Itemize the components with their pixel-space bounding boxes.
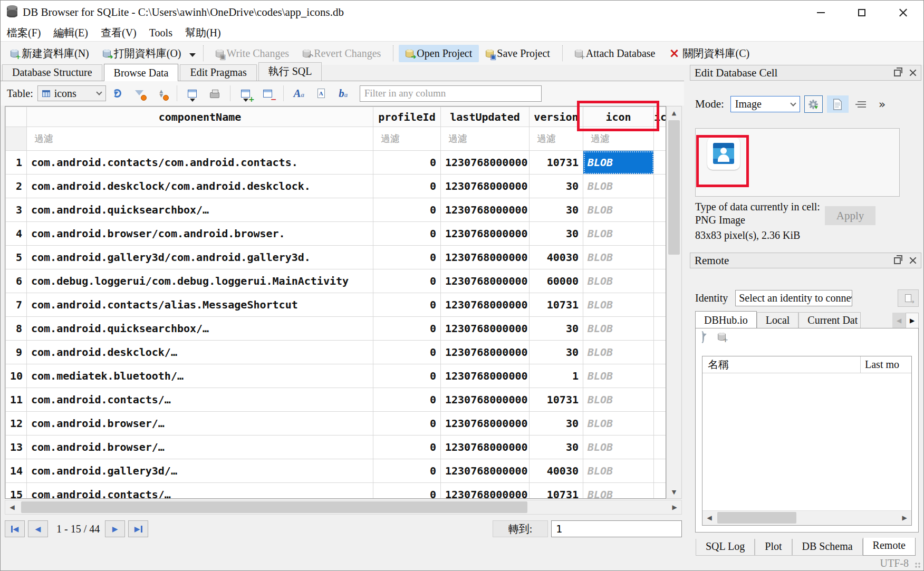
filter-any-column-input[interactable] (360, 85, 542, 102)
cell-next-column[interactable] (654, 388, 667, 412)
cell-componentname[interactable]: com.android.gallery3d/… (27, 459, 373, 483)
close-button[interactable] (882, 1, 923, 24)
cell-next-column[interactable] (654, 222, 667, 246)
cell-version[interactable]: 30 (530, 341, 583, 364)
cell-next-column[interactable] (654, 269, 667, 293)
display-format-button[interactable]: A (313, 85, 329, 101)
cell-lastupdated[interactable]: 1230768000000 (441, 151, 530, 175)
cell-icon-blob[interactable]: BLOB (583, 198, 654, 222)
cell-profileid[interactable]: 0 (373, 341, 441, 364)
cell-next-column[interactable] (654, 293, 667, 317)
import-data-button[interactable] (804, 95, 823, 113)
cell-profileid[interactable]: 0 (373, 198, 441, 222)
cell-version[interactable]: 10731 (530, 151, 583, 175)
goto-input[interactable] (551, 520, 682, 537)
close-panel-icon[interactable] (909, 69, 917, 76)
cell-version[interactable]: 40030 (530, 459, 583, 483)
cell-next-column[interactable] (654, 151, 667, 175)
filter-input[interactable] (534, 127, 579, 150)
first-page-button[interactable]: ◀ (5, 520, 25, 537)
horizontal-scroll-thumb[interactable] (21, 501, 527, 513)
cell-componentname[interactable]: com.android.deskclock/com.android.deskcl… (27, 175, 373, 198)
close-database-button[interactable]: × 關閉資料庫(C) (662, 44, 756, 63)
cell-profileid[interactable]: 0 (373, 293, 441, 317)
tab-browse-data[interactable]: Browse Data (104, 64, 179, 81)
cell-profileid[interactable]: 0 (373, 246, 441, 269)
maximize-button[interactable] (841, 1, 882, 24)
cell-version[interactable]: 30 (530, 317, 583, 341)
grid-vertical-scrollbar[interactable]: ▲ ▼ (666, 106, 682, 499)
revert-changes-button[interactable]: ↶ Revert Changes (296, 45, 388, 62)
cell-componentname[interactable]: com.android.browser/… (27, 412, 373, 435)
filter-input[interactable] (588, 127, 649, 150)
save-results-dropdown-icon[interactable] (190, 99, 195, 104)
clone-database-button[interactable] (898, 289, 919, 307)
text-mode-button[interactable] (827, 95, 849, 113)
cell-lastupdated[interactable]: 1230768000000 (441, 269, 530, 293)
cell-componentname[interactable]: com.android.contacts/com.android.contact… (27, 151, 373, 175)
cell-icon-blob[interactable]: BLOB (583, 175, 654, 198)
cell-version[interactable]: 10731 (530, 388, 583, 412)
open-project-button[interactable]: ➜ Open Project (399, 45, 479, 62)
cell-next-column[interactable] (654, 364, 667, 388)
cell-lastupdated[interactable]: 1230768000000 (441, 246, 530, 269)
insert-record-button[interactable]: + (238, 85, 254, 101)
cell-lastupdated[interactable]: 1230768000000 (441, 459, 530, 483)
cell-icon-blob[interactable]: BLOB (583, 317, 654, 341)
tab-execute-sql[interactable]: 執行 SQL (258, 62, 322, 81)
dock-tab-sql-log[interactable]: SQL Log (696, 539, 755, 556)
cell-icon-blob[interactable]: BLOB (583, 459, 654, 483)
column-header-componentname[interactable]: componentName (27, 107, 373, 127)
cell-icon-blob[interactable]: BLOB (583, 293, 654, 317)
tab-edit-pragmas[interactable]: Edit Pragmas (180, 64, 256, 81)
cell-next-column[interactable] (654, 246, 667, 269)
minimize-button[interactable] (800, 1, 841, 24)
remote-upload-button[interactable]: + (718, 333, 726, 343)
cell-icon-blob[interactable]: BLOB (583, 341, 654, 364)
write-changes-button[interactable]: ▣ Write Changes (209, 45, 296, 62)
cell-profileid[interactable]: 0 (373, 412, 441, 435)
cell-next-column[interactable] (654, 198, 667, 222)
column-header-version[interactable]: version (530, 107, 583, 127)
cell-next-column[interactable] (654, 459, 667, 483)
cell-icon-blob[interactable]: BLOB (583, 435, 654, 459)
remote-list-column-lastmodified[interactable]: Last mo (861, 359, 899, 371)
cell-lastupdated[interactable]: 1230768000000 (441, 175, 530, 198)
vertical-scroll-thumb[interactable] (668, 120, 680, 255)
next-page-button[interactable]: ▶ (105, 520, 125, 537)
dock-tab-remote[interactable]: Remote (863, 538, 916, 556)
scroll-left-icon[interactable]: ◀ (5, 500, 19, 514)
cell-profileid[interactable]: 0 (373, 364, 441, 388)
filter-input[interactable] (378, 127, 436, 150)
column-header-lastupdated[interactable]: lastUpdated (441, 107, 530, 127)
refresh-button[interactable] (109, 85, 125, 101)
cell-lastupdated[interactable]: 1230768000000 (441, 435, 530, 459)
filter-input[interactable] (31, 127, 369, 150)
cell-version[interactable]: 10731 (530, 293, 583, 317)
previous-page-button[interactable]: ◀ (28, 520, 48, 537)
table-select[interactable]: icons (37, 85, 106, 101)
cell-icon-blob[interactable]: BLOB (583, 222, 654, 246)
cell-profileid[interactable]: 0 (373, 269, 441, 293)
remote-tab-current-database[interactable]: Current Dat (798, 312, 861, 328)
cell-lastupdated[interactable]: 1230768000000 (441, 388, 530, 412)
scroll-down-icon[interactable]: ▼ (667, 486, 681, 498)
column-header-icon[interactable]: icon (583, 107, 654, 127)
cell-componentname[interactable]: com.android.contacts/… (27, 483, 373, 499)
insert-record-dropdown-icon[interactable] (243, 99, 248, 104)
grid-horizontal-scrollbar[interactable]: ◀ ▶ (5, 500, 682, 515)
cell-version[interactable]: 1 (530, 364, 583, 388)
open-database-dropdown-icon[interactable] (189, 53, 196, 60)
cell-profileid[interactable]: 0 (373, 151, 441, 175)
cell-icon-blob[interactable]: BLOB (583, 269, 654, 293)
cell-lastupdated[interactable]: 1230768000000 (441, 317, 530, 341)
dock-tab-db-schema[interactable]: DB Schema (792, 539, 863, 556)
cell-next-column[interactable] (654, 175, 667, 198)
menu-item-edit[interactable]: 編輯(E) (47, 25, 94, 41)
attach-database-button[interactable]: + Attach Database (568, 45, 662, 62)
cell-version[interactable]: 30 (530, 222, 583, 246)
mode-select[interactable]: Image (730, 96, 800, 112)
cell-componentname[interactable]: com.android.deskclock/… (27, 341, 373, 364)
cell-icon-blob[interactable]: BLOB (583, 483, 654, 499)
cell-icon-blob[interactable]: BLOB (583, 364, 654, 388)
